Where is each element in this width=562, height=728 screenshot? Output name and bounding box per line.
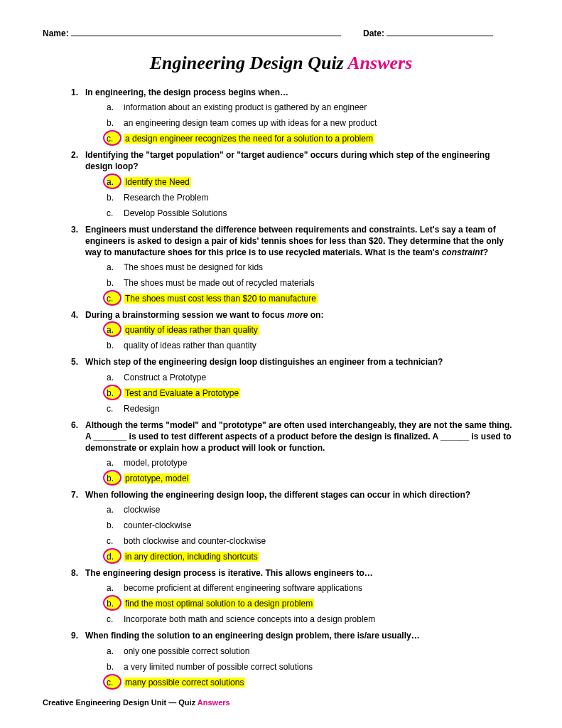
header: Name: Date: — [43, 28, 519, 38]
choice-text: The shoes must cost less than $20 to man… — [124, 294, 318, 304]
question-item: Which step of the engineering design loo… — [71, 356, 519, 414]
choice-letter: b. — [107, 519, 119, 532]
choice-letter: b. — [107, 387, 119, 400]
choice-correct: b.find the most optimal solution to a de… — [107, 597, 519, 610]
choice-text: find the most optimal solution to a desi… — [124, 599, 314, 609]
choice-text: Construct a Prototype — [124, 373, 206, 382]
choice-item: a.information about an existing product … — [107, 101, 519, 114]
choice-correct: c.a design engineer recognizes the need … — [107, 132, 519, 145]
question-item: During a brainstorming session we want t… — [71, 309, 519, 352]
choice-letter: b. — [107, 277, 119, 289]
choice-item: c.Incorporate both math and science conc… — [107, 613, 519, 626]
date-blank — [387, 36, 493, 36]
question-item: Although the terms "model" and "prototyp… — [71, 419, 519, 486]
choice-letter: a. — [107, 645, 119, 658]
choice-text: Test and Evaluate a Prototype — [124, 388, 240, 398]
choice-text: both clockwise and counter-clockwise — [124, 536, 266, 546]
choice-letter: a. — [107, 582, 119, 594]
choice-letter: a. — [107, 176, 119, 188]
choice-text: in any direction, including shortcuts — [124, 552, 259, 562]
choices-list: a.information about an existing product … — [107, 101, 519, 145]
footer: Creative Engineering Design Unit — Quiz … — [43, 698, 230, 707]
name-label: Name: — [43, 28, 69, 38]
question-text: Although the terms "model" and "prototyp… — [85, 419, 519, 454]
choice-text: become proficient at different engineeri… — [124, 583, 362, 593]
question-item: In engineering, the design process begin… — [71, 87, 519, 145]
choice-letter: c. — [107, 402, 119, 415]
choice-correct: c.The shoes must cost less than $20 to m… — [107, 292, 519, 305]
question-text: Engineers must understand the difference… — [85, 224, 519, 259]
choice-letter: a. — [107, 371, 119, 384]
question-item: The engineering design process is iterat… — [71, 567, 519, 626]
choice-correct: d.in any direction, including shortcuts — [107, 550, 519, 563]
choice-letter: b. — [107, 191, 119, 204]
choice-letter: b. — [107, 660, 119, 673]
choice-letter: b. — [107, 472, 119, 485]
choice-letter: c. — [107, 292, 119, 305]
choice-item: b.quality of ideas rather than quantity — [107, 339, 519, 352]
choice-letter: a. — [107, 456, 119, 469]
name-field: Name: — [43, 28, 363, 38]
choice-text: prototype, model — [124, 473, 190, 483]
choice-correct: a.Identify the Need — [107, 176, 519, 188]
choice-text: counter-clockwise — [124, 520, 191, 530]
choice-item: b.a very limited number of possible corr… — [107, 660, 519, 673]
question-text: In engineering, the design process begin… — [85, 87, 519, 98]
choice-letter: a. — [107, 101, 119, 114]
choices-list: a.quantity of ideas rather than qualityb… — [107, 323, 519, 352]
choices-list: a.Construct a Prototypeb.Test and Evalua… — [107, 371, 519, 415]
choice-text: The shoes must be made out of recycled m… — [124, 278, 315, 288]
choice-text: model, prototype — [124, 458, 187, 468]
choice-letter: d. — [107, 550, 119, 563]
choice-text: Redesign — [124, 404, 160, 414]
date-field: Date: — [363, 28, 519, 38]
choice-item: c.Develop Possible Solutions — [107, 207, 519, 220]
choice-letter: c. — [107, 207, 119, 220]
date-label: Date: — [363, 28, 384, 38]
choice-letter: b. — [107, 117, 119, 129]
question-text: During a brainstorming session we want t… — [85, 309, 519, 321]
choice-item: c.both clockwise and counter-clockwise — [107, 535, 519, 547]
choice-item: b.The shoes must be made out of recycled… — [107, 277, 519, 289]
choice-letter: c. — [107, 613, 119, 626]
question-text: The engineering design process is iterat… — [85, 567, 519, 579]
choices-list: a.The shoes must be designed for kidsb.T… — [107, 261, 519, 305]
choice-item: b.counter-clockwise — [107, 519, 519, 532]
question-text: When finding the solution to an engineer… — [85, 630, 519, 641]
document-page: Name: Date: Engineering Design Quiz Answ… — [0, 0, 562, 728]
choice-text: many possible correct solutions — [124, 678, 245, 687]
choices-list: a.become proficient at different enginee… — [107, 582, 519, 626]
choice-text: information about an existing product is… — [124, 102, 367, 112]
choice-text: Research the Problem — [124, 193, 208, 203]
question-item: Engineers must understand the difference… — [71, 224, 519, 306]
choices-list: a.model, prototypeb.prototype, model — [107, 456, 519, 485]
choices-list: a.Identify the Needb.Research the Proble… — [107, 176, 519, 220]
choice-text: quality of ideas rather than quantity — [124, 341, 256, 350]
question-text: When following the engineering design lo… — [85, 489, 519, 500]
choice-letter: b. — [107, 597, 119, 610]
choice-text: a design engineer recognizes the need fo… — [124, 134, 374, 144]
choice-letter: a. — [107, 323, 119, 336]
choice-letter: c. — [107, 535, 119, 547]
choice-item: b.Research the Problem — [107, 191, 519, 204]
choice-item: a.model, prototype — [107, 456, 519, 469]
choice-item: a.clockwise — [107, 503, 519, 516]
page-title: Engineering Design Quiz Answers — [43, 53, 519, 74]
questions-list: In engineering, the design process begin… — [71, 87, 519, 689]
choice-correct: b.Test and Evaluate a Prototype — [107, 387, 519, 400]
choice-text: Incorporate both math and science concep… — [124, 614, 375, 624]
choice-letter: c. — [107, 132, 119, 145]
question-item: When finding the solution to an engineer… — [71, 630, 519, 688]
choice-correct: b.prototype, model — [107, 472, 519, 485]
footer-answers: Answers — [198, 698, 230, 707]
choice-text: a very limited number of possible correc… — [124, 662, 313, 672]
choices-list: a.only one possible correct solutionb.a … — [107, 645, 519, 689]
question-text: Which step of the engineering design loo… — [85, 356, 519, 368]
question-item: Identifying the "target population" or "… — [71, 149, 519, 219]
choice-item: a.become proficient at different enginee… — [107, 582, 519, 594]
choice-letter: a. — [107, 261, 119, 274]
choice-correct: a.quantity of ideas rather than quality — [107, 323, 519, 336]
title-main: Engineering Design Quiz — [150, 53, 348, 73]
choice-text: The shoes must be designed for kids — [124, 262, 263, 272]
choice-correct: c.many possible correct solutions — [107, 676, 519, 689]
